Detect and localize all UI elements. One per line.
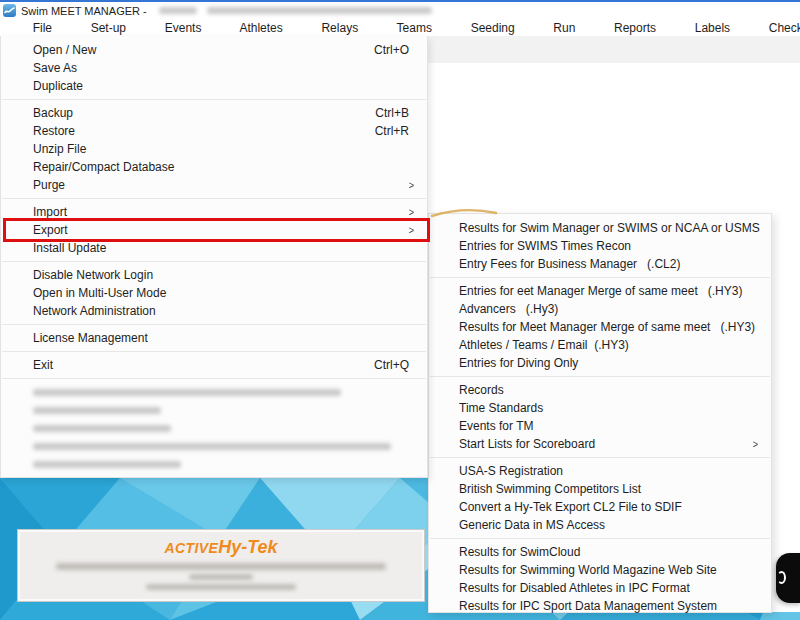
menu-item-label: Athletes / Teams / Email (.HY3) <box>459 338 629 352</box>
menu-item-redacted[interactable] <box>1 401 427 419</box>
menubar-item-label: Check for Updates <box>769 21 800 35</box>
menubar-item-label: Teams <box>397 21 432 35</box>
redacted-license-line <box>189 574 253 580</box>
menu-item-entry-fees-for-business-manager-cl2[interactable]: Entry Fees for Business Manager (.CL2) <box>429 255 771 273</box>
menubar-item-label: Reports <box>614 21 656 35</box>
menu-item-label: Install Update <box>33 241 106 255</box>
menu-separator <box>2 198 426 199</box>
menu-item-entries-for-eet-manager-merge-of-same-meet-hy3[interactable]: Entries for eet Manager Merge of same me… <box>429 282 771 300</box>
menu-item-entries-for-swims-times-recon[interactable]: Entries for SWIMS Times Recon <box>429 237 771 255</box>
menubar-item-label: Athletes <box>239 21 282 35</box>
menu-item-open-new[interactable]: Open / New Ctrl+O <box>1 41 427 59</box>
menu-item-label: Start Lists for Scoreboard <box>459 437 595 451</box>
menu-item-label: Entries for Diving Only <box>459 356 578 370</box>
submenu-arrow-icon: > <box>753 438 758 450</box>
menu-item-entries-for-diving-only[interactable]: Entries for Diving Only <box>429 354 771 372</box>
redacted-license-line <box>146 584 296 590</box>
menu-item-label: Open in Multi-User Mode <box>33 286 166 300</box>
menu-item-shortcut: Ctrl+R <box>375 124 409 138</box>
menu-item-label: Duplicate <box>33 79 83 93</box>
menu-item-import[interactable]: Import > <box>1 203 427 221</box>
menu-item-label: Convert a Hy-Tek Export CL2 File to SDIF <box>459 500 682 514</box>
menu-item-label: Entry Fees for Business Manager (.CL2) <box>459 257 680 271</box>
menu-item-export[interactable]: Export > <box>1 221 427 239</box>
menu-item-label: Open / New <box>33 43 96 57</box>
menu-item-disable-network-login[interactable]: Disable Network Login <box>1 266 427 284</box>
menu-item-events-for-tm[interactable]: Events for TM <box>429 417 771 435</box>
menu-item-label: Records <box>459 383 504 397</box>
menu-item-license-management[interactable]: License Management <box>1 329 427 347</box>
menu-item-restore[interactable]: Restore Ctrl+R <box>1 122 427 140</box>
menu-item-results-for-swimcloud[interactable]: Results for SwimCloud <box>429 543 771 561</box>
redacted-menu-item <box>33 425 171 432</box>
menu-item-redacted[interactable] <box>1 455 427 473</box>
menu-item-shortcut: Ctrl+O <box>374 43 409 57</box>
redacted-menu-item <box>33 407 161 414</box>
menu-item-duplicate[interactable]: Duplicate <box>1 77 427 95</box>
menu-item-label: Events for TM <box>459 419 533 433</box>
menu-item-label: Results for Disabled Athletes in IPC For… <box>459 581 690 595</box>
menu-separator <box>2 261 426 262</box>
floating-widget[interactable] <box>776 553 800 603</box>
menu-item-repair-compact-database[interactable]: Repair/Compact Database <box>1 158 427 176</box>
redacted-license-line <box>56 563 386 570</box>
menu-item-results-for-meet-manager-merge-of-same-meet-hy3[interactable]: Results for Meet Manager Merge of same m… <box>429 318 771 336</box>
menubar-item-label: Seeding <box>471 21 515 35</box>
menu-item-label: Purge <box>33 178 65 192</box>
menubar-item-label: Labels <box>695 21 730 35</box>
menu-item-backup[interactable]: Backup Ctrl+B <box>1 104 427 122</box>
menu-item-label: Repair/Compact Database <box>33 160 174 174</box>
menu-item-label: Entries for SWIMS Times Recon <box>459 239 631 253</box>
menu-item-redacted[interactable] <box>1 383 427 401</box>
menu-item-label: Entries for eet Manager Merge of same me… <box>459 284 742 298</box>
menu-item-results-for-swim-manager-or-swims-or-ncaa-or-usms[interactable]: Results for Swim Manager or SWIMS or NCA… <box>429 219 771 237</box>
menubar-item-label: Set-up <box>91 21 126 35</box>
menu-item-results-for-ipc-sport-data-management-system[interactable]: Results for IPC Sport Data Management Sy… <box>429 597 771 615</box>
menu-item-exit[interactable]: Exit Ctrl+Q <box>1 356 427 374</box>
menu-item-british-swimming-competitors-list[interactable]: British Swimming Competitors List <box>429 480 771 498</box>
app-window: Swim MEET MANAGER - File Set-up Events A… <box>0 0 800 620</box>
menubar-item-label: File <box>33 21 52 35</box>
menu-separator <box>430 457 770 458</box>
menu-item-athletes-teams-email-hy3[interactable]: Athletes / Teams / Email (.HY3) <box>429 336 771 354</box>
menu-item-time-standards[interactable]: Time Standards <box>429 399 771 417</box>
menu-item-label: Exit <box>33 358 53 372</box>
redacted-menu-item <box>33 443 391 450</box>
menu-item-start-lists-for-scoreboard[interactable]: Start Lists for Scoreboard > <box>429 435 771 453</box>
menu-separator <box>430 277 770 278</box>
menu-separator <box>430 376 770 377</box>
menu-item-purge[interactable]: Purge > <box>1 176 427 194</box>
menu-item-label: Results for Swim Manager or SWIMS or NCA… <box>459 221 760 235</box>
menu-item-shortcut: Ctrl+B <box>375 106 409 120</box>
logo-suffix: Hy-Tek <box>218 537 277 557</box>
submenu-arrow-icon: > <box>409 224 414 236</box>
menu-item-results-for-swimming-world-magazine-web-site[interactable]: Results for Swimming World Magazine Web … <box>429 561 771 579</box>
redacted-menu-item <box>33 461 181 468</box>
file-menu-dropdown: Open / New Ctrl+O Save As Duplicate <box>0 36 428 478</box>
menu-item-usa-s-registration[interactable]: USA-S Registration <box>429 462 771 480</box>
menu-item-generic-data-in-ms-access[interactable]: Generic Data in MS Access <box>429 516 771 534</box>
menu-item-results-for-disabled-athletes-in-ipc-format[interactable]: Results for Disabled Athletes in IPC For… <box>429 579 771 597</box>
menu-item-label: Backup <box>33 106 73 120</box>
widget-glyph-icon <box>777 571 786 584</box>
menu-item-redacted[interactable] <box>1 419 427 437</box>
menu-item-shortcut: Ctrl+Q <box>374 358 409 372</box>
activehytek-logo: ACTIVEHy-Tek <box>164 537 277 558</box>
menu-item-convert-a-hy-tek-export-cl2-file-to-sdif[interactable]: Convert a Hy-Tek Export CL2 File to SDIF <box>429 498 771 516</box>
menu-item-open-in-multi-user-mode[interactable]: Open in Multi-User Mode <box>1 284 427 302</box>
menu-item-records[interactable]: Records <box>429 381 771 399</box>
menu-separator <box>2 351 426 352</box>
menu-separator <box>2 378 426 379</box>
menu-item-advancers-hy3[interactable]: Advancers (.Hy3) <box>429 300 771 318</box>
license-panel: ACTIVEHy-Tek <box>18 530 424 601</box>
menubar-item-label: Run <box>553 21 575 35</box>
redacted-menu-item <box>33 389 341 396</box>
menu-item-label: License Management <box>33 331 148 345</box>
menu-item-redacted[interactable] <box>1 437 427 455</box>
menu-item-unzip-file[interactable]: Unzip File <box>1 140 427 158</box>
menu-item-install-update[interactable]: Install Update <box>1 239 427 257</box>
menu-item-save-as[interactable]: Save As <box>1 59 427 77</box>
menu-item-label: Export <box>33 223 68 237</box>
menu-item-label: Restore <box>33 124 75 138</box>
menu-item-network-administration[interactable]: Network Administration <box>1 302 427 320</box>
